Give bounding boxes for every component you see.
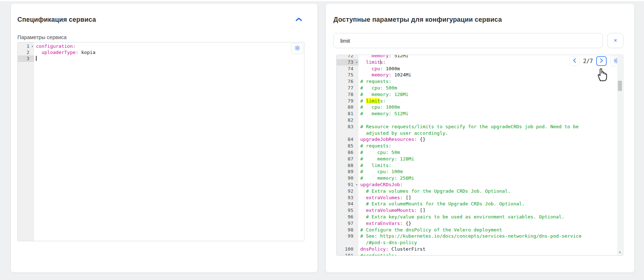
editor-row: 94 # Extra volumeMounts for the Upgrade … (337, 201, 623, 207)
gutter-line-number: 73▾ (337, 59, 358, 66)
editor-row: 92 # Extra volumes for the Upgrade CRDs … (337, 188, 623, 195)
gutter-line-number: 94 (337, 201, 358, 207)
gutter-line-number: 81 (337, 110, 358, 117)
chevron-left-icon (573, 58, 576, 64)
next-match-button[interactable] (596, 56, 607, 66)
search-input[interactable] (333, 33, 603, 48)
code-line: extraVolumes: [] (358, 195, 411, 201)
search-row: × (333, 33, 623, 48)
gutter-line-number: 77 (337, 85, 358, 91)
service-spec-editor[interactable]: 1▾configuration:2 uploaderType: kopia3 (17, 42, 304, 241)
editor-row: 78# memory: 128Mi (337, 91, 623, 98)
gutter-line-number: 85 (337, 143, 358, 149)
gutter-line-number: 1▾ (18, 43, 34, 49)
gutter-line-number: 92 (337, 188, 358, 195)
editor-content: 1▾configuration:2 uploaderType: kopia3 (18, 42, 304, 62)
editor-row: 89# cpu: 100m (337, 168, 623, 175)
code-line: # limits: (358, 98, 386, 104)
code-line: upgradeCRDsJob: (358, 181, 403, 188)
code-line: # See: https://kubernetes.io/docs/concep… (358, 233, 581, 239)
editor-row: 75 memory: 1024Mi (337, 72, 623, 78)
gutter-line-number: 86 (337, 149, 358, 156)
code-line: # memory: 512Mi (358, 110, 408, 117)
clear-search-button[interactable]: × (607, 33, 623, 48)
editor-row: 83# Resource requests/limits to specify … (337, 124, 623, 130)
service-params-label: Параметры сервиса (17, 34, 317, 40)
chevron-up-icon (295, 17, 302, 22)
gutter-line-number: 95 (337, 207, 358, 214)
code-line: # Extra volumes for the Upgrade CRDs Job… (358, 188, 511, 195)
gutter-line-number: 91▾ (337, 181, 358, 188)
gutter-line-number: 76 (337, 78, 358, 85)
fold-arrow-icon[interactable]: ▾ (356, 59, 358, 66)
gutter-line-number: 101 (337, 252, 358, 256)
gutter-line-number: 72 (337, 55, 358, 59)
editor-row: adjusted by user accordingly. (337, 130, 623, 137)
code-line: # Resource requests/limits to specify fo… (358, 124, 579, 130)
code-line: # requests: (358, 143, 391, 149)
scrollbar-down-icon[interactable]: ▼ (617, 251, 623, 254)
code-line (34, 55, 36, 62)
editor-content: 72 memory: 512Mi73▾ limits:74 cpu: 1000m… (337, 55, 623, 256)
code-line: cpu: 1000m (358, 66, 400, 72)
editor-row: 85# requests: (337, 143, 623, 149)
gutter-line-number (337, 239, 358, 246)
code-line: configuration: (34, 43, 76, 49)
editor-row: 98# Configure the dnsPolicy of the Veler… (337, 227, 623, 233)
gutter-line-number: 97 (337, 220, 358, 227)
available-params-panel: Доступные параметры для конфигурации сер… (326, 4, 634, 272)
editor-row: 93 extraVolumes: [] (337, 195, 623, 201)
gutter-line-number: 75 (337, 72, 358, 78)
code-line: # memory: 128Mi (358, 91, 408, 98)
editor-row: /#pod-s-dns-policy (337, 239, 623, 246)
code-line (358, 117, 360, 124)
editor-row: 96 # Extra key/value pairs to be used as… (337, 214, 623, 220)
params-editor[interactable]: 72 memory: 512Mi73▾ limits:74 cpu: 1000m… (336, 55, 623, 256)
scrollbar-thumb[interactable] (618, 81, 622, 91)
fold-arrow-icon[interactable]: ▾ (32, 43, 33, 50)
editor-row: 95 extraVolumeMounts: [] (337, 207, 623, 214)
editor-row: 91▾upgradeCRDsJob: (337, 181, 623, 188)
available-params-title: Доступные параметры для конфигурации сер… (333, 16, 623, 24)
code-line: uploaderType: kopia (34, 49, 95, 55)
code-line: # Extra volumeMounts for the Upgrade CRD… (358, 201, 525, 207)
editor-row: 82 (337, 117, 623, 124)
service-spec-panel: Спецификация сервиса Параметры сервиса 1… (11, 4, 317, 272)
code-line: extraEnvVars: {} (358, 220, 411, 227)
editor-scrollbar[interactable]: ▼ (617, 55, 623, 255)
editor-row: 3 (18, 55, 304, 62)
gutter-line-number: 2 (18, 49, 34, 55)
code-line: limits: (358, 59, 386, 66)
code-line: # Configure the dnsPolicy of the Velero … (358, 227, 502, 233)
close-icon: × (614, 37, 617, 44)
gutter-line-number (337, 130, 358, 137)
editor-row: 90# memory: 256Mi (337, 175, 623, 181)
gutter-line-number: 80 (337, 104, 358, 110)
gear-icon (294, 45, 300, 52)
gutter-line-number: 78 (337, 91, 358, 98)
editor-row: 81# memory: 512Mi (337, 110, 623, 117)
editor-row: 74 cpu: 1000m (337, 66, 623, 72)
fold-arrow-icon[interactable]: ▾ (356, 182, 358, 188)
collapse-panel-button[interactable] (295, 17, 303, 22)
editor-settings-button[interactable] (291, 43, 303, 54)
code-line: # memory: 128Mi (358, 156, 414, 162)
code-line: extraVolumeMounts: [] (358, 207, 425, 214)
editor-row: 88# limits: (337, 162, 623, 169)
gutter-line-number: 79 (337, 98, 358, 104)
service-spec-title: Спецификация сервиса (17, 16, 296, 24)
match-counter: 2/7 (583, 58, 593, 64)
chevron-right-icon (600, 58, 603, 64)
code-line: adjusted by user accordingly. (358, 130, 448, 137)
gutter-line-number: 87 (337, 156, 358, 162)
gutter-line-number: 90 (337, 175, 358, 181)
editor-row: 79# limits: (337, 98, 623, 104)
editor-row: 97 extraEnvVars: {} (337, 220, 623, 227)
gutter-line-number: 89 (337, 168, 358, 175)
gutter-line-number: 3 (18, 55, 34, 62)
gutter-line-number: 93 (337, 195, 358, 201)
code-line: #credentials: (358, 252, 397, 256)
editor-row: 2 uploaderType: kopia (18, 49, 304, 55)
prev-match-button[interactable] (569, 56, 580, 66)
gutter-line-number: 88 (337, 162, 358, 169)
